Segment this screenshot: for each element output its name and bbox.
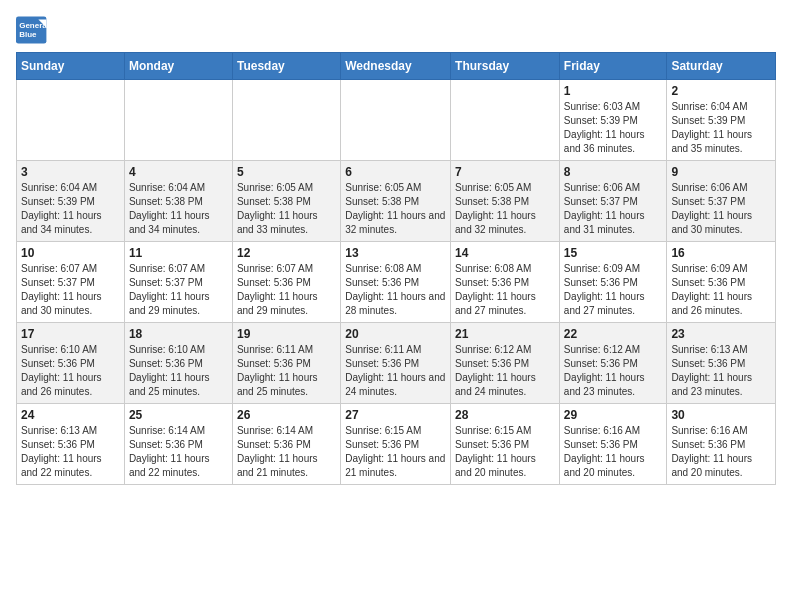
day-number: 27 (345, 408, 446, 422)
day-number: 11 (129, 246, 228, 260)
calendar-cell: 3Sunrise: 6:04 AM Sunset: 5:39 PM Daylig… (17, 161, 125, 242)
day-number: 29 (564, 408, 663, 422)
day-number: 6 (345, 165, 446, 179)
day-info: Sunrise: 6:15 AM Sunset: 5:36 PM Dayligh… (345, 424, 446, 480)
day-info: Sunrise: 6:07 AM Sunset: 5:37 PM Dayligh… (21, 262, 120, 318)
calendar-week-4: 17Sunrise: 6:10 AM Sunset: 5:36 PM Dayli… (17, 323, 776, 404)
calendar-cell (341, 80, 451, 161)
calendar-week-3: 10Sunrise: 6:07 AM Sunset: 5:37 PM Dayli… (17, 242, 776, 323)
day-info: Sunrise: 6:10 AM Sunset: 5:36 PM Dayligh… (129, 343, 228, 399)
day-info: Sunrise: 6:05 AM Sunset: 5:38 PM Dayligh… (237, 181, 336, 237)
calendar-cell: 4Sunrise: 6:04 AM Sunset: 5:38 PM Daylig… (124, 161, 232, 242)
calendar-cell (17, 80, 125, 161)
day-header-sunday: Sunday (17, 53, 125, 80)
day-info: Sunrise: 6:11 AM Sunset: 5:36 PM Dayligh… (345, 343, 446, 399)
day-number: 12 (237, 246, 336, 260)
day-number: 14 (455, 246, 555, 260)
day-info: Sunrise: 6:16 AM Sunset: 5:36 PM Dayligh… (671, 424, 771, 480)
day-number: 7 (455, 165, 555, 179)
day-info: Sunrise: 6:04 AM Sunset: 5:39 PM Dayligh… (671, 100, 771, 156)
calendar-cell: 22Sunrise: 6:12 AM Sunset: 5:36 PM Dayli… (559, 323, 667, 404)
day-info: Sunrise: 6:03 AM Sunset: 5:39 PM Dayligh… (564, 100, 663, 156)
day-info: Sunrise: 6:11 AM Sunset: 5:36 PM Dayligh… (237, 343, 336, 399)
calendar-cell: 8Sunrise: 6:06 AM Sunset: 5:37 PM Daylig… (559, 161, 667, 242)
svg-text:Blue: Blue (19, 30, 37, 39)
day-info: Sunrise: 6:06 AM Sunset: 5:37 PM Dayligh… (671, 181, 771, 237)
day-header-friday: Friday (559, 53, 667, 80)
day-number: 22 (564, 327, 663, 341)
svg-text:General: General (19, 21, 48, 30)
day-info: Sunrise: 6:10 AM Sunset: 5:36 PM Dayligh… (21, 343, 120, 399)
day-number: 23 (671, 327, 771, 341)
calendar-cell: 7Sunrise: 6:05 AM Sunset: 5:38 PM Daylig… (451, 161, 560, 242)
day-info: Sunrise: 6:08 AM Sunset: 5:36 PM Dayligh… (455, 262, 555, 318)
day-number: 4 (129, 165, 228, 179)
calendar-cell (451, 80, 560, 161)
day-header-wednesday: Wednesday (341, 53, 451, 80)
logo-icon: General Blue (16, 16, 48, 44)
day-number: 13 (345, 246, 446, 260)
calendar-cell: 18Sunrise: 6:10 AM Sunset: 5:36 PM Dayli… (124, 323, 232, 404)
calendar-cell: 20Sunrise: 6:11 AM Sunset: 5:36 PM Dayli… (341, 323, 451, 404)
day-info: Sunrise: 6:09 AM Sunset: 5:36 PM Dayligh… (564, 262, 663, 318)
calendar-cell: 26Sunrise: 6:14 AM Sunset: 5:36 PM Dayli… (232, 404, 340, 485)
day-header-thursday: Thursday (451, 53, 560, 80)
calendar-week-1: 1Sunrise: 6:03 AM Sunset: 5:39 PM Daylig… (17, 80, 776, 161)
calendar-cell: 9Sunrise: 6:06 AM Sunset: 5:37 PM Daylig… (667, 161, 776, 242)
calendar-cell: 2Sunrise: 6:04 AM Sunset: 5:39 PM Daylig… (667, 80, 776, 161)
calendar-header-row: SundayMondayTuesdayWednesdayThursdayFrid… (17, 53, 776, 80)
calendar-cell: 6Sunrise: 6:05 AM Sunset: 5:38 PM Daylig… (341, 161, 451, 242)
day-number: 10 (21, 246, 120, 260)
day-number: 26 (237, 408, 336, 422)
calendar-cell: 13Sunrise: 6:08 AM Sunset: 5:36 PM Dayli… (341, 242, 451, 323)
day-info: Sunrise: 6:13 AM Sunset: 5:36 PM Dayligh… (21, 424, 120, 480)
day-number: 19 (237, 327, 336, 341)
day-number: 20 (345, 327, 446, 341)
day-info: Sunrise: 6:05 AM Sunset: 5:38 PM Dayligh… (345, 181, 446, 237)
calendar-week-2: 3Sunrise: 6:04 AM Sunset: 5:39 PM Daylig… (17, 161, 776, 242)
day-info: Sunrise: 6:04 AM Sunset: 5:38 PM Dayligh… (129, 181, 228, 237)
day-info: Sunrise: 6:07 AM Sunset: 5:36 PM Dayligh… (237, 262, 336, 318)
day-info: Sunrise: 6:14 AM Sunset: 5:36 PM Dayligh… (129, 424, 228, 480)
day-number: 25 (129, 408, 228, 422)
day-number: 30 (671, 408, 771, 422)
calendar-cell: 27Sunrise: 6:15 AM Sunset: 5:36 PM Dayli… (341, 404, 451, 485)
calendar-cell (124, 80, 232, 161)
day-number: 1 (564, 84, 663, 98)
day-number: 24 (21, 408, 120, 422)
calendar-cell: 19Sunrise: 6:11 AM Sunset: 5:36 PM Dayli… (232, 323, 340, 404)
calendar-cell: 16Sunrise: 6:09 AM Sunset: 5:36 PM Dayli… (667, 242, 776, 323)
page-header: General Blue (16, 16, 776, 44)
day-info: Sunrise: 6:12 AM Sunset: 5:36 PM Dayligh… (564, 343, 663, 399)
calendar-cell (232, 80, 340, 161)
day-number: 16 (671, 246, 771, 260)
day-info: Sunrise: 6:12 AM Sunset: 5:36 PM Dayligh… (455, 343, 555, 399)
day-number: 17 (21, 327, 120, 341)
calendar-cell: 17Sunrise: 6:10 AM Sunset: 5:36 PM Dayli… (17, 323, 125, 404)
day-number: 28 (455, 408, 555, 422)
calendar-cell: 21Sunrise: 6:12 AM Sunset: 5:36 PM Dayli… (451, 323, 560, 404)
calendar-cell: 10Sunrise: 6:07 AM Sunset: 5:37 PM Dayli… (17, 242, 125, 323)
calendar-cell: 24Sunrise: 6:13 AM Sunset: 5:36 PM Dayli… (17, 404, 125, 485)
day-number: 15 (564, 246, 663, 260)
day-info: Sunrise: 6:07 AM Sunset: 5:37 PM Dayligh… (129, 262, 228, 318)
day-number: 9 (671, 165, 771, 179)
calendar-week-5: 24Sunrise: 6:13 AM Sunset: 5:36 PM Dayli… (17, 404, 776, 485)
calendar-cell: 12Sunrise: 6:07 AM Sunset: 5:36 PM Dayli… (232, 242, 340, 323)
day-number: 21 (455, 327, 555, 341)
day-info: Sunrise: 6:04 AM Sunset: 5:39 PM Dayligh… (21, 181, 120, 237)
day-info: Sunrise: 6:15 AM Sunset: 5:36 PM Dayligh… (455, 424, 555, 480)
calendar-cell: 14Sunrise: 6:08 AM Sunset: 5:36 PM Dayli… (451, 242, 560, 323)
day-info: Sunrise: 6:09 AM Sunset: 5:36 PM Dayligh… (671, 262, 771, 318)
day-info: Sunrise: 6:13 AM Sunset: 5:36 PM Dayligh… (671, 343, 771, 399)
calendar-cell: 30Sunrise: 6:16 AM Sunset: 5:36 PM Dayli… (667, 404, 776, 485)
day-number: 18 (129, 327, 228, 341)
calendar-cell: 29Sunrise: 6:16 AM Sunset: 5:36 PM Dayli… (559, 404, 667, 485)
calendar-cell: 1Sunrise: 6:03 AM Sunset: 5:39 PM Daylig… (559, 80, 667, 161)
day-number: 2 (671, 84, 771, 98)
day-info: Sunrise: 6:06 AM Sunset: 5:37 PM Dayligh… (564, 181, 663, 237)
day-info: Sunrise: 6:05 AM Sunset: 5:38 PM Dayligh… (455, 181, 555, 237)
calendar-cell: 11Sunrise: 6:07 AM Sunset: 5:37 PM Dayli… (124, 242, 232, 323)
day-header-monday: Monday (124, 53, 232, 80)
day-header-tuesday: Tuesday (232, 53, 340, 80)
